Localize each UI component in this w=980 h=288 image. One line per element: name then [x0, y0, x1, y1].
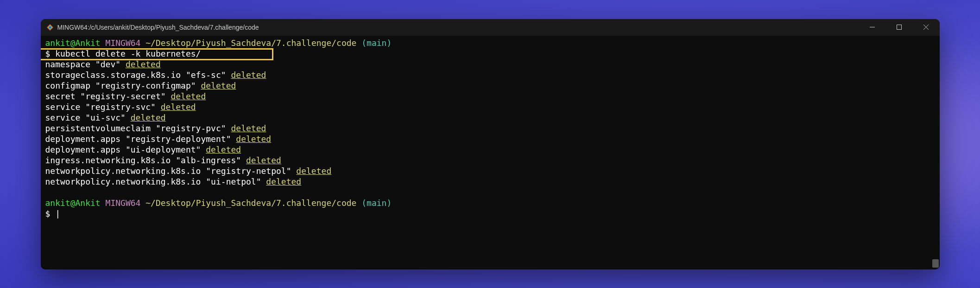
prompt-user: ankit@Ankit: [45, 198, 101, 208]
resource-text: deployment.apps "ui-deployment": [45, 145, 206, 154]
cursor: |: [55, 209, 60, 218]
status-text: deleted: [231, 123, 266, 133]
command-text: kubectl delete -k kubernetes/: [55, 49, 201, 58]
prompt-branch: (main): [361, 38, 392, 48]
resource-text: deployment.apps "registry-deployment": [45, 134, 236, 144]
status-text: deleted: [161, 102, 196, 112]
resource-text: ingress.networking.k8s.io "alb-ingress": [45, 155, 246, 165]
status-text: deleted: [131, 113, 166, 122]
output-line: service "ui-svc" deleted: [45, 112, 935, 123]
output-line: deployment.apps "registry-deployment" de…: [45, 134, 935, 144]
svg-rect-4: [897, 25, 902, 30]
output-line: namespace "dev" deleted: [45, 59, 935, 70]
blank-line: [45, 187, 935, 198]
command-line-2: $ |: [45, 208, 935, 219]
output-line: deployment.apps "ui-deployment" deleted: [45, 144, 935, 155]
minimize-button[interactable]: [859, 19, 886, 36]
resource-text: service "registry-svc": [45, 102, 161, 112]
command-line-1: $ kubectl delete -k kubernetes/: [45, 48, 935, 59]
prompt-host: MINGW64: [106, 38, 141, 48]
status-text: deleted: [296, 166, 331, 176]
prompt-branch: (main): [361, 198, 392, 208]
output-line: service "registry-svc" deleted: [45, 102, 935, 112]
resource-text: service "ui-svc": [45, 113, 131, 122]
svg-rect-3: [870, 27, 875, 27]
status-text: deleted: [126, 59, 161, 69]
output-line: persistentvolumeclaim "registry-pvc" del…: [45, 123, 935, 134]
resource-text: networkpolicy.networking.k8s.io "ui-netp…: [45, 177, 266, 186]
status-text: deleted: [266, 177, 301, 186]
mingw-icon: [46, 24, 54, 31]
prompt-line-1: ankit@Ankit MINGW64 ~/Desktop/Piyush_Sac…: [45, 38, 935, 48]
status-text: deleted: [171, 91, 206, 101]
status-text: deleted: [236, 134, 271, 144]
resource-text: networkpolicy.networking.k8s.io "registr…: [45, 166, 297, 176]
terminal-window: MINGW64:/c/Users/ankit/Desktop/Piyush_Sa…: [41, 19, 940, 269]
terminal-body[interactable]: ankit@Ankit MINGW64 ~/Desktop/Piyush_Sac…: [41, 36, 940, 269]
status-text: deleted: [206, 145, 241, 154]
output-line: storageclass.storage.k8s.io "efs-sc" del…: [45, 70, 935, 80]
output-line: networkpolicy.networking.k8s.io "ui-netp…: [45, 176, 935, 187]
prompt-symbol: $: [45, 49, 51, 58]
prompt-host: MINGW64: [106, 198, 141, 208]
status-text: deleted: [231, 70, 266, 80]
output-lines: namespace "dev" deletedstorageclass.stor…: [45, 59, 935, 187]
scrollbar-thumb[interactable]: [932, 259, 939, 268]
status-text: deleted: [246, 155, 281, 165]
resource-text: storageclass.storage.k8s.io "efs-sc": [45, 70, 231, 80]
status-text: deleted: [201, 81, 236, 90]
output-line: secret "registry-secret" deleted: [45, 91, 935, 102]
titlebar[interactable]: MINGW64:/c/Users/ankit/Desktop/Piyush_Sa…: [41, 19, 940, 36]
prompt-user: ankit@Ankit: [45, 38, 101, 48]
output-line: configmap "registry-configmap" deleted: [45, 80, 935, 91]
output-line: ingress.networking.k8s.io "alb-ingress" …: [45, 155, 935, 166]
output-line: networkpolicy.networking.k8s.io "registr…: [45, 166, 935, 176]
resource-text: secret "registry-secret": [45, 91, 171, 101]
close-button[interactable]: [913, 19, 940, 36]
window-title: MINGW64:/c/Users/ankit/Desktop/Piyush_Sa…: [57, 24, 259, 31]
resource-text: namespace "dev": [45, 59, 126, 69]
resource-text: persistentvolumeclaim "registry-pvc": [45, 123, 231, 133]
prompt-path: ~/Desktop/Piyush_Sachdeva/7.challenge/co…: [145, 198, 356, 208]
prompt-path: ~/Desktop/Piyush_Sachdeva/7.challenge/co…: [145, 38, 356, 48]
maximize-button[interactable]: [886, 19, 913, 36]
prompt-symbol: $: [45, 209, 51, 218]
prompt-line-2: ankit@Ankit MINGW64 ~/Desktop/Piyush_Sac…: [45, 198, 935, 208]
resource-text: configmap "registry-configmap": [45, 81, 201, 90]
window-controls: [859, 19, 940, 36]
